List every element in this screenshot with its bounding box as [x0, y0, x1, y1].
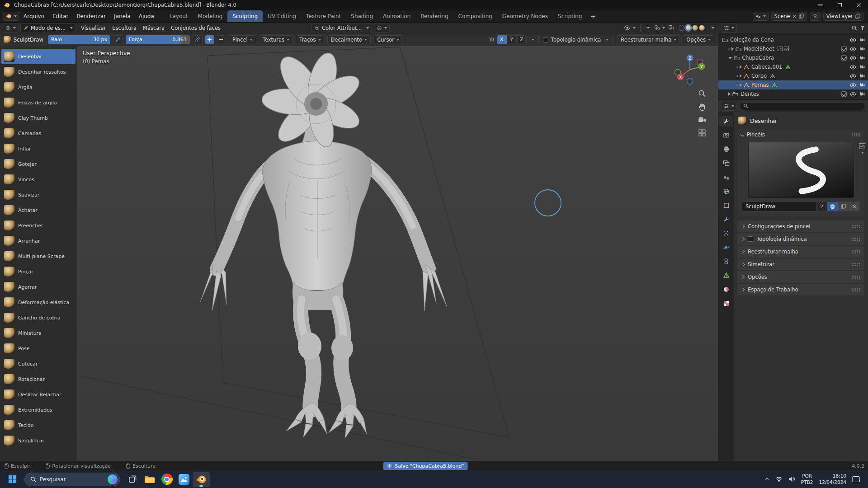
blender-app-button[interactable] [193, 472, 210, 487]
viewport-menu-item[interactable]: Escultura [109, 23, 140, 33]
photos-button[interactable] [175, 472, 193, 487]
workspace-tab[interactable]: Animation [378, 10, 415, 22]
tab-modifiers[interactable] [719, 214, 733, 225]
tool-item[interactable]: Tecido [1, 418, 75, 433]
zoom-icon[interactable] [698, 89, 706, 98]
workspace-tab[interactable]: Scripting [553, 10, 587, 22]
camera-icon[interactable] [859, 47, 866, 52]
tool-item[interactable]: Multi-plane Scrape [1, 249, 75, 264]
eye-icon[interactable] [850, 56, 856, 61]
symmetry-axis-toggle[interactable]: Z [517, 35, 527, 44]
tab-scene[interactable] [719, 172, 733, 183]
language-indicator[interactable]: POR PTB2 [801, 473, 813, 485]
tab-material[interactable] [719, 284, 733, 295]
overlays-dropdown[interactable] [654, 25, 665, 31]
tool-item[interactable]: Argila [1, 80, 75, 95]
drag-grip-icon[interactable] [852, 133, 861, 137]
tab-particles[interactable] [719, 228, 733, 239]
editor-type-button[interactable] [3, 23, 19, 33]
outliner-row-pernas[interactable]: Pernas [718, 80, 868, 89]
tool-item[interactable]: Deslizar Relachar [1, 387, 75, 402]
wifi-icon[interactable] [775, 476, 783, 482]
drag-grip-icon[interactable] [851, 225, 860, 229]
hidden-icons-chevron[interactable] [764, 477, 769, 482]
eye-icon[interactable] [850, 83, 856, 88]
chevron-down-icon[interactable] [861, 152, 864, 154]
camera-icon[interactable] [859, 65, 866, 70]
tool-item[interactable]: Camadas [1, 126, 75, 141]
tool-item[interactable]: Cutucar [1, 356, 75, 371]
show-overlays-toggle[interactable] [624, 25, 636, 30]
drag-grip-icon[interactable] [851, 263, 860, 267]
new-viewlayer-icon[interactable] [855, 14, 860, 19]
mode-dropdown[interactable]: Modo de es... [20, 23, 76, 32]
tool-settings-dropdown[interactable]: Texturas [259, 35, 293, 44]
properties-editor-button[interactable] [721, 102, 737, 111]
outliner-row-dentes[interactable]: Dentes [718, 89, 868, 99]
chrome-button[interactable] [158, 472, 175, 487]
tool-item[interactable]: Rotacionar [1, 371, 75, 387]
viewport-3d[interactable]: User Perspective (0) Pernas Z [77, 46, 718, 461]
unlink-icon[interactable] [793, 14, 797, 19]
speaker-icon[interactable] [788, 476, 795, 482]
exclude-checkbox[interactable] [841, 91, 847, 97]
workspace-tab[interactable]: Compositing [453, 10, 497, 22]
tab-texture[interactable] [719, 298, 733, 309]
drag-grip-icon[interactable] [851, 275, 860, 279]
radius-slider[interactable]: Raio 30 px [48, 35, 110, 44]
workspace-tab[interactable]: Rendering [415, 10, 453, 22]
eye-icon[interactable] [850, 65, 856, 70]
maximize-button[interactable] [830, 0, 849, 10]
menubar-item[interactable]: Janela [110, 11, 135, 21]
fake-user-shield-button[interactable] [827, 202, 838, 211]
properties-section[interactable]: Espaço de Trabalho [737, 284, 864, 296]
symmetry-dropdown[interactable] [532, 39, 534, 41]
tool-item[interactable]: Pose [1, 341, 75, 356]
tool-item[interactable]: Desenhar [1, 49, 75, 64]
tool-item[interactable]: Suavizar [1, 187, 75, 202]
viewlayer-selector[interactable]: ViewLayer [823, 12, 863, 21]
outliner-row-modelsheet[interactable]: ModelSheet [718, 44, 868, 53]
brush-users-count[interactable]: 2 [816, 202, 827, 211]
tool-item[interactable]: Agarrar [1, 279, 75, 295]
tool-item[interactable]: Inflar [1, 141, 75, 156]
tab-output[interactable] [719, 144, 733, 155]
tool-settings-dropdown[interactable]: Decaimento [327, 35, 371, 44]
outliner-editor-button[interactable] [721, 23, 737, 33]
properties-section[interactable]: Reestruturar malha [737, 246, 864, 258]
properties-section[interactable]: Configurações de pincel [737, 221, 864, 232]
menubar-item[interactable]: Ajuda [135, 11, 158, 21]
tab-world[interactable] [719, 186, 733, 197]
tool-item[interactable]: Pinçar [1, 264, 75, 279]
workspace-tab[interactable]: Sculpting [227, 10, 263, 22]
outliner-row-chupacabra[interactable]: ChupaCabra [718, 53, 868, 62]
viewlayer-browse-button[interactable] [810, 12, 821, 21]
tab-physics[interactable] [719, 242, 733, 253]
tool-item[interactable]: Gotejar [1, 156, 75, 172]
section-checkbox[interactable] [748, 236, 753, 242]
workspace-tab[interactable]: Modeling [193, 10, 228, 22]
tab-tool[interactable] [719, 116, 733, 127]
eye-icon[interactable] [850, 74, 856, 79]
exclude-checkbox[interactable] [841, 46, 847, 52]
tool-settings-dropdown[interactable]: Traços [296, 35, 324, 44]
viewport-menu-item[interactable]: Visualizar [78, 23, 109, 33]
camera-icon[interactable] [859, 83, 866, 88]
tool-item[interactable]: Clay Thumb [1, 110, 75, 126]
xray-toggle[interactable] [668, 25, 674, 31]
pan-hand-icon[interactable] [698, 103, 706, 111]
scene-browse-button[interactable] [753, 12, 769, 21]
tab-viewlayer[interactable] [719, 158, 733, 169]
options-dropdown[interactable]: Opções [683, 35, 714, 44]
camera-icon[interactable] [859, 74, 866, 79]
start-button[interactable] [4, 472, 21, 487]
duplicate-brush-button[interactable] [838, 202, 849, 211]
navigation-gizmo[interactable]: Z Y X [672, 52, 708, 88]
tool-item[interactable]: Simplificar [1, 433, 75, 448]
tool-item[interactable]: Miniatura [1, 325, 75, 341]
active-brush-chip[interactable]: SculptDraw [4, 36, 43, 43]
workspace-tab[interactable]: Geometry Nodes [497, 10, 553, 22]
task-view-button[interactable] [124, 472, 141, 487]
shading-dropdown[interactable] [712, 27, 714, 29]
exclude-checkbox[interactable] [841, 55, 847, 61]
